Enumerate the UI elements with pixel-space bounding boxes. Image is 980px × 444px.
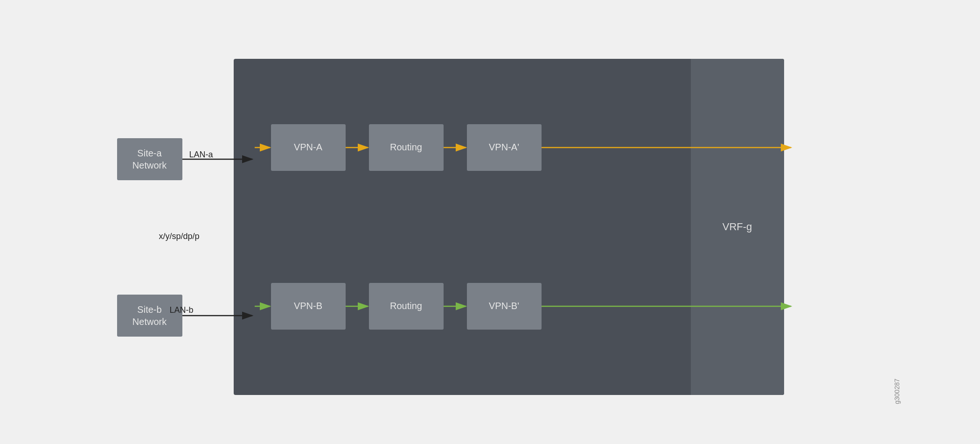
vpn-b-prime-box: VPN-B' <box>467 283 542 330</box>
vpn-b-box: VPN-B <box>271 283 346 330</box>
lan-b-label: LAN-b <box>170 305 194 315</box>
routing-b-box: Routing <box>369 283 444 330</box>
vpn-b-label: VPN-B <box>294 301 322 311</box>
vpn-b-prime-label: VPN-B' <box>489 301 519 311</box>
vpn-a-prime-label: VPN-A' <box>489 142 519 153</box>
vrf-panel: VRF-g <box>691 59 784 395</box>
site-a-box: Site-aNetwork <box>117 138 182 180</box>
vpn-a-box: VPN-A <box>271 124 346 171</box>
site-a-label: Site-aNetwork <box>132 147 167 171</box>
main-panel: VRF-g <box>234 59 784 395</box>
vpn-a-prime-box: VPN-A' <box>467 124 542 171</box>
site-b-box: Site-bNetwork <box>117 295 182 337</box>
xydp-label: x/y/sp/dp/p <box>159 232 200 241</box>
diagram-container: VRF-g Site-aNetwork Site-bNetwork VPN-A … <box>70 31 910 414</box>
watermark-label: g300287 <box>893 379 901 404</box>
vpn-a-label: VPN-A <box>294 142 322 153</box>
routing-b-label: Routing <box>390 301 422 311</box>
routing-a-box: Routing <box>369 124 444 171</box>
vrf-label: VRF-g <box>723 221 752 233</box>
routing-a-label: Routing <box>390 142 422 153</box>
site-b-label: Site-bNetwork <box>132 303 167 328</box>
lan-a-label: LAN-a <box>189 150 213 160</box>
